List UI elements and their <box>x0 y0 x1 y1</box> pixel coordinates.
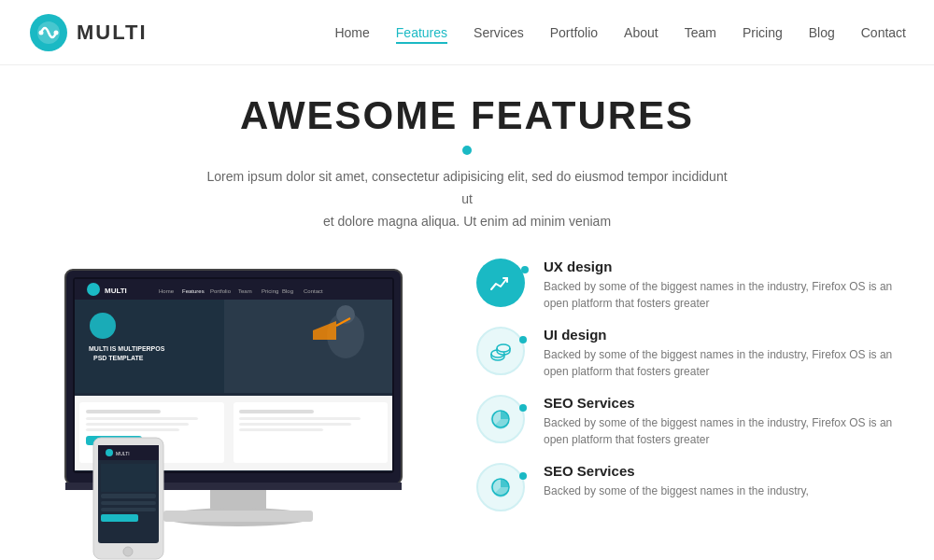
coins-icon <box>488 339 513 363</box>
nav-services[interactable]: Services <box>474 25 524 40</box>
nav-portfolio[interactable]: Portfolio <box>550 25 598 40</box>
monitor-mockup: MULTI Home Features Portfolio Team Prici… <box>37 251 448 560</box>
pie-chart-icon-2 <box>488 475 513 499</box>
feature-item-3: SEO Services Backed by some of the bigge… <box>476 395 897 448</box>
ux-icon-circle <box>476 259 525 307</box>
nav-about[interactable]: About <box>624 25 658 40</box>
hero-section: AWESOME FEATURES Lorem ipsum dolor sit a… <box>37 93 897 232</box>
ui-icon-circle <box>476 327 525 375</box>
feature-text-4: SEO Services Backed by some of the bigge… <box>544 463 809 499</box>
svg-point-2 <box>39 30 44 35</box>
nav-pricing[interactable]: Pricing <box>743 25 783 40</box>
hero-description: Lorem ipsum dolor sit amet, consectetur … <box>205 166 729 232</box>
features-list: UX design Backed by some of the biggest … <box>476 251 897 515</box>
svg-text:MULTI: MULTI <box>105 287 127 295</box>
feature-icon-seo2 <box>476 463 529 515</box>
feature-title-1: UX design <box>544 259 897 274</box>
features-layout: MULTI Home Features Portfolio Team Prici… <box>37 251 897 560</box>
feature-icon-ui <box>476 327 529 379</box>
hero-dot <box>462 146 472 155</box>
svg-text:Home: Home <box>159 288 175 294</box>
feature-title-2: UI design <box>544 327 897 343</box>
navbar: MULTI Home Features Services Portfolio A… <box>0 0 934 65</box>
feature-item-1: UX design Backed by some of the biggest … <box>476 259 897 312</box>
svg-text:MULTI: MULTI <box>116 451 130 456</box>
svg-text:Contact: Contact <box>304 288 323 294</box>
feature-desc-2: Backed by some of the biggest names in t… <box>544 346 897 380</box>
svg-point-52 <box>123 547 133 556</box>
svg-text:Pricing: Pricing <box>262 288 278 294</box>
svg-rect-49 <box>101 501 156 505</box>
feature-title-3: SEO Services <box>544 395 897 411</box>
hero-divider <box>37 146 897 155</box>
feature-icon-seo1 <box>476 395 529 447</box>
nav-links: Home Features Services Portfolio About T… <box>334 24 906 41</box>
svg-rect-36 <box>239 423 351 426</box>
nav-team[interactable]: Team <box>685 25 716 40</box>
feature-text-3: SEO Services Backed by some of the bigge… <box>544 395 897 448</box>
feature-item-4: SEO Services Backed by some of the bigge… <box>476 463 897 515</box>
svg-rect-30 <box>86 417 198 420</box>
feature-title-4: SEO Services <box>544 463 809 479</box>
dot-accent-4 <box>519 472 527 480</box>
svg-text:MULTI IS MULTIPERPOS: MULTI IS MULTIPERPOS <box>89 345 165 352</box>
feature-item-2: UI design Backed by some of the biggest … <box>476 327 897 380</box>
dot-accent-3 <box>519 404 527 412</box>
feature-desc-4: Backed by some of the biggest names in t… <box>544 483 809 499</box>
feature-text-2: UI design Backed by some of the biggest … <box>544 327 897 380</box>
svg-text:Team: Team <box>238 288 252 294</box>
svg-text:PSD TEMPLATE: PSD TEMPLATE <box>93 355 144 361</box>
svg-rect-32 <box>86 428 179 431</box>
logo-text: MULTI <box>77 21 148 45</box>
pie-chart-icon <box>488 407 513 431</box>
page-title: AWESOME FEATURES <box>37 93 897 138</box>
nav-features[interactable]: Features <box>396 25 447 44</box>
nav-home[interactable]: Home <box>334 25 369 40</box>
svg-rect-47 <box>101 464 156 492</box>
svg-point-8 <box>87 283 100 296</box>
feature-desc-1: Backed by some of the biggest names in t… <box>544 278 897 312</box>
feature-text-1: UX design Backed by some of the biggest … <box>544 259 897 312</box>
svg-text:Portfolio: Portfolio <box>210 288 232 294</box>
feature-icon-ux <box>476 259 529 311</box>
svg-rect-34 <box>239 410 314 413</box>
svg-text:Features: Features <box>182 288 205 294</box>
nav-contact[interactable]: Contact <box>861 25 906 40</box>
svg-rect-35 <box>239 417 361 420</box>
main-content: AWESOME FEATURES Lorem ipsum dolor sit a… <box>0 65 934 560</box>
seo2-icon-circle <box>476 463 525 511</box>
logo-link[interactable]: MULTI <box>28 12 148 53</box>
svg-text:Blog: Blog <box>282 288 293 294</box>
svg-rect-31 <box>86 423 189 426</box>
svg-rect-48 <box>101 494 156 498</box>
svg-rect-50 <box>101 508 156 511</box>
monitor-svg: MULTI Home Features Portfolio Team Prici… <box>37 251 439 560</box>
chart-icon <box>488 271 513 295</box>
svg-rect-37 <box>239 428 323 431</box>
seo1-icon-circle <box>476 395 525 443</box>
svg-point-23 <box>90 313 116 339</box>
logo-icon <box>28 12 69 53</box>
svg-point-45 <box>106 449 113 456</box>
svg-point-54 <box>497 344 510 352</box>
svg-rect-41 <box>163 511 313 522</box>
feature-desc-3: Backed by some of the biggest names in t… <box>544 414 897 448</box>
nav-blog[interactable]: Blog <box>809 25 835 40</box>
svg-rect-51 <box>101 514 138 522</box>
dot-accent-1 <box>521 266 529 273</box>
svg-point-3 <box>54 30 59 35</box>
svg-rect-18 <box>224 300 392 393</box>
dot-accent-2 <box>519 336 527 343</box>
svg-rect-29 <box>86 410 161 413</box>
